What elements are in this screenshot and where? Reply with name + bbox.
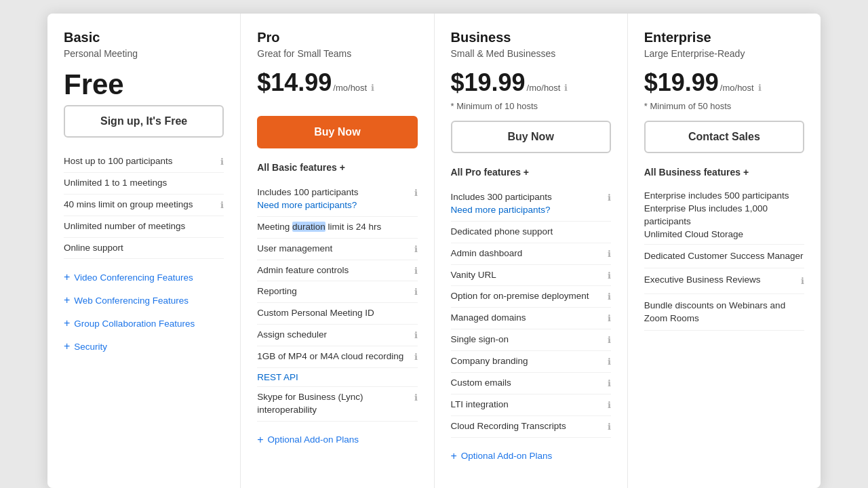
feature-skype: Skype for Business (Lync) interoperabili…: [257, 387, 417, 422]
plus-icon: +: [451, 450, 457, 462]
expand-group-collaboration[interactable]: + Group Collaboration Features: [64, 312, 224, 335]
feature-admin-controls: Admin feature controls ℹ: [257, 260, 417, 282]
info-icon[interactable]: ℹ: [220, 157, 224, 167]
feature-1to1: Unlimited 1 to 1 meetings: [64, 173, 224, 195]
feature-admin-dashboard: Admin dashboard ℹ: [451, 243, 611, 265]
feature-custom-pmid: Custom Personal Meeting ID: [257, 303, 417, 325]
plus-icon: +: [64, 340, 70, 352]
plan-pro-price: $14.99: [257, 68, 332, 97]
feature-host-participants: Host up to 100 participants ℹ: [64, 151, 224, 173]
feature-phone-support: Dedicated phone support: [451, 222, 611, 243]
plan-business-price: $19.99: [451, 68, 526, 97]
plus-icon: +: [257, 434, 263, 446]
plan-enterprise-name: Enterprise: [644, 30, 804, 45]
info-icon[interactable]: ℹ: [414, 352, 418, 362]
info-icon[interactable]: ℹ: [608, 357, 611, 367]
more-participants-link[interactable]: Need more participants?: [451, 205, 551, 215]
plan-business-min: * Minimum of 10 hosts: [451, 101, 611, 111]
info-icon[interactable]: ℹ: [608, 422, 611, 432]
info-icon[interactable]: ℹ: [608, 192, 611, 203]
plan-enterprise-period: /mo/host: [720, 83, 754, 93]
info-icon[interactable]: ℹ: [414, 287, 418, 297]
plan-basic-name: Basic: [64, 30, 224, 45]
plan-business-tagline: Small & Med Businesses: [451, 48, 611, 59]
expand-security[interactable]: + Security: [64, 335, 224, 358]
plan-basic-price: Free: [64, 68, 124, 101]
expand-optional-addons[interactable]: + Optional Add-on Plans: [451, 445, 611, 468]
plan-pro-tagline: Great for Small Teams: [257, 48, 417, 59]
feature-rest-api: REST API: [257, 368, 417, 387]
pricing-table: Basic Personal Meeting Free Sign up, It'…: [47, 14, 821, 488]
more-participants-link[interactable]: Need more participants?: [257, 200, 357, 210]
plan-enterprise-min: * Minimum of 50 hosts: [644, 101, 804, 111]
info-icon[interactable]: ℹ: [414, 266, 418, 276]
feature-customer-success: Dedicated Customer Success Manager: [644, 245, 804, 269]
info-icon[interactable]: ℹ: [608, 400, 611, 410]
info-icon[interactable]: ℹ: [414, 188, 418, 198]
info-icon[interactable]: ℹ: [414, 392, 418, 403]
feature-managed-domains: Managed domains ℹ: [451, 308, 611, 329]
feature-300-participants: Includes 300 participants Need more part…: [451, 187, 611, 222]
feature-custom-emails: Custom emails ℹ: [451, 373, 611, 394]
plan-business-features-header: All Pro features +: [451, 167, 611, 178]
feature-bundle-discounts: Bundle discounts on Webinars and Zoom Ro…: [644, 294, 804, 331]
info-icon[interactable]: ℹ: [371, 83, 374, 93]
feature-enterprise-participants: Enterprise includes 500 participants Ent…: [644, 187, 804, 245]
plan-basic-cta[interactable]: Sign up, It's Free: [64, 105, 224, 138]
feature-vanity-url: Vanity URL ℹ: [451, 265, 611, 287]
plan-basic: Basic Personal Meeting Free Sign up, It'…: [47, 14, 241, 488]
feature-duration-limit: Meeting duration limit is 24 hrs: [257, 217, 417, 239]
feature-cloud-transcripts: Cloud Recording Transcripts ℹ: [451, 416, 611, 438]
info-icon[interactable]: ℹ: [608, 291, 611, 302]
plan-business-name: Business: [451, 30, 611, 45]
plan-pro-name: Pro: [257, 30, 417, 45]
plan-enterprise-cta[interactable]: Contact Sales: [644, 121, 804, 153]
plus-icon: +: [64, 317, 70, 329]
info-icon[interactable]: ℹ: [801, 275, 804, 287]
info-icon[interactable]: ℹ: [414, 244, 418, 254]
rest-api-link[interactable]: REST API: [257, 372, 298, 382]
feature-sso: Single sign-on ℹ: [451, 329, 611, 351]
feature-cloud-recording: 1GB of MP4 or M4A cloud recording ℹ: [257, 346, 417, 368]
plan-enterprise-tagline: Large Enterprise-Ready: [644, 48, 804, 59]
plan-business-period: /mo/host: [527, 83, 561, 93]
info-icon[interactable]: ℹ: [564, 83, 568, 93]
plan-enterprise-features-header: All Business features +: [644, 167, 804, 178]
plan-pro-features-header: All Basic features +: [257, 162, 417, 173]
expand-video-conferencing[interactable]: + Video Conferencing Features: [64, 266, 224, 289]
plan-pro-cta[interactable]: Buy Now: [257, 116, 417, 148]
info-icon[interactable]: ℹ: [220, 200, 224, 210]
info-icon[interactable]: ℹ: [608, 335, 611, 345]
feature-unlimited-meetings: Unlimited number of meetings: [64, 216, 224, 238]
plan-pro: Pro Great for Small Teams $14.99 /mo/hos…: [241, 14, 434, 488]
plan-enterprise: Enterprise Large Enterprise-Ready $19.99…: [628, 14, 821, 488]
plan-basic-tagline: Personal Meeting: [64, 48, 224, 59]
feature-lti: LTI integration ℹ: [451, 394, 611, 416]
info-icon[interactable]: ℹ: [414, 330, 418, 340]
plus-icon: +: [64, 294, 70, 306]
expand-web-conferencing[interactable]: + Web Conferencing Features: [64, 289, 224, 312]
info-icon[interactable]: ℹ: [608, 313, 611, 323]
feature-reporting: Reporting ℹ: [257, 281, 417, 303]
info-icon[interactable]: ℹ: [608, 378, 611, 388]
info-icon[interactable]: ℹ: [758, 83, 762, 93]
feature-100-participants: Includes 100 participants Need more part…: [257, 182, 417, 217]
feature-online-support: Online support: [64, 238, 224, 260]
feature-business-reviews: Executive Business Reviews ℹ: [644, 268, 804, 293]
feature-on-premise: Option for on-premise deployment ℹ: [451, 286, 611, 308]
plan-enterprise-price: $19.99: [644, 68, 719, 97]
plan-business: Business Small & Med Businesses $19.99 /…: [435, 14, 628, 488]
feature-company-branding: Company branding ℹ: [451, 351, 611, 373]
info-icon[interactable]: ℹ: [608, 249, 611, 259]
expand-optional-addons[interactable]: + Optional Add-on Plans: [257, 428, 417, 451]
plus-icon: +: [64, 271, 70, 283]
plan-business-cta[interactable]: Buy Now: [451, 121, 611, 153]
feature-assign-scheduler: Assign scheduler ℹ: [257, 325, 417, 346]
plan-pro-period: /mo/host: [333, 83, 367, 93]
feature-user-mgmt: User management ℹ: [257, 239, 417, 260]
info-icon[interactable]: ℹ: [608, 270, 611, 281]
feature-40min: 40 mins limit on group meetings ℹ: [64, 195, 224, 216]
